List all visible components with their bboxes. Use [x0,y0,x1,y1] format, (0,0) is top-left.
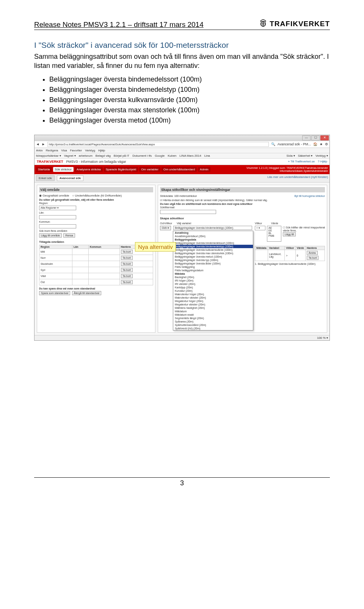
dd-item[interactable]: IRI vänster (20m) [173,282,253,286]
dd-item[interactable]: Beläggningslager översta bindemedelssort… [173,241,253,245]
nav-tab[interactable]: Analysera sträcka [75,167,103,172]
select-varde[interactable]: AE EE BL PMB [267,226,281,242]
fav-link[interactable]: Kuben [168,154,176,157]
radio-geo[interactable]: ◉ Geografiskt område [39,194,69,197]
btn-save-default[interactable]: Spara som standardval [39,291,70,295]
menu-item[interactable]: Verktyg [85,149,95,152]
dd-item[interactable]: Spårbredd (hö) (20m) [173,327,253,330]
btn-add-area[interactable]: Lägg till område [39,233,62,238]
dd-item[interactable]: Megatextur höger (20m) [173,299,253,303]
btn-remove[interactable]: Ta bort [121,256,133,260]
check-sidenote[interactable]: ☐ Sök träffar där minst irrapporterat vä… [283,226,325,232]
forward-icon[interactable]: ► [42,142,45,146]
dd-item[interactable]: Fiktiv beläggning [173,265,253,269]
dd-item[interactable]: Avvattningsbristkod (20m) [173,234,253,238]
fav-link[interactable]: tidrapportslänkar ▾ [36,154,61,157]
btn-clear[interactable]: Rensa [63,233,75,238]
btn-och[interactable]: Och ▾ [160,226,171,230]
dd-item[interactable]: Kurvatur (20m) [173,289,253,293]
url-field[interactable]: http://pmsv3-u.trafikverket.local/Pages/… [47,142,269,147]
fav-link[interactable]: LINA Mars 2014 [179,154,201,157]
fav-link[interactable]: Lina [204,154,210,157]
nav-tab[interactable]: Sparade åtgärdsobjekt [104,167,138,172]
dd-item[interactable]: Spårarea (20m) [173,320,253,323]
btn-add-villkor[interactable]: Lägg till [283,232,296,236]
help-link[interactable]: ? Hjälp [318,160,327,163]
dd-item[interactable]: Beläggningslager översta ålder (100m) [173,262,253,265]
dd-item[interactable]: Mätdatum [173,310,253,313]
dd-item[interactable]: Megatextur vänster (20m) [173,303,253,306]
trafikverket-link[interactable]: » Till Trafikverket.se [288,160,315,163]
dd-item[interactable]: Kantdjup (20m) [173,286,253,289]
switch-link[interactable]: Byt till homogena sträckor [294,195,325,197]
crown-anchor-icon [259,19,267,29]
trafikverket-logo: TRAFIKVERKET [259,19,330,29]
home-icon[interactable]: 🏠 [313,142,317,146]
dd-item[interactable]: Makrotextur vänster (20m) [173,296,253,299]
nav-tab[interactable]: Om variabler [139,167,160,172]
dd-item[interactable]: Makrotextur höger (20m) [173,293,253,296]
btn-remove[interactable]: Ta bort [121,268,133,272]
select-region[interactable]: Alla Regioner ▾ [39,206,76,210]
menu-item[interactable]: Favoriter [70,149,82,152]
menu-item[interactable]: Redigera [46,149,58,152]
dd-item[interactable]: Spårbottensavstånd (20m) [173,323,253,327]
gear-icon[interactable]: ⚙ [325,142,328,146]
toolbar-link[interactable]: Säkerhet ▾ [298,154,312,157]
dd-item[interactable]: Beläggningslager översta max stenstorlek… [173,252,253,255]
toolbar-link[interactable]: Sida ▾ [287,154,295,157]
select-lan[interactable] [39,215,76,219]
select-variable[interactable]: Beläggningslager översta bindemedelstyp … [173,226,252,230]
fav-link[interactable]: Börjat på IT [114,154,129,157]
browser-tab[interactable]: Avancerad sök - PM... [278,142,311,146]
back-icon[interactable]: ◄ [36,142,39,146]
dd-item[interactable]: Backighet (20m) [173,275,253,279]
nav-tab[interactable]: Startsida [36,167,52,172]
dd-item[interactable]: Mäthlens hastighet (20m) [173,306,253,310]
btn-remove[interactable]: Ta bort [121,262,133,266]
fav-link[interactable]: Belagd väg [96,154,111,157]
menu-item[interactable]: Visa [61,149,67,152]
fav-link[interactable]: arbetsrum [79,154,93,157]
subtab-avancerad[interactable]: Avancerad sök [57,175,84,181]
zoom-level[interactable]: 100 % ▾ [317,336,328,340]
close-icon[interactable]: ✕ [320,135,329,140]
maximize-icon[interactable]: ☐ [311,135,320,140]
btn-remove[interactable]: Ta bort [121,280,133,284]
favorites-icon[interactable]: ★ [320,142,323,146]
variable-dropdown[interactable]: Avvattning Avvattningsbristkod (20m) Bel… [173,231,253,330]
fav-link[interactable]: Dokument i tfs [132,154,152,157]
th-lan: Län [72,245,89,249]
select-kommun[interactable] [39,224,76,228]
dd-item[interactable]: Beläggningslager översta metod (100m) [173,255,253,258]
nav-tab[interactable]: Om underhållsstandard [162,167,197,172]
nav-tab[interactable]: Admin [198,167,210,172]
fav-link[interactable]: Vagnet ▾ [64,154,76,157]
select-villkor[interactable]: = ▾ [255,226,265,230]
btn-remove[interactable]: Ta bort [121,250,133,254]
menu-item[interactable]: Hjälp [98,149,105,152]
nav-tab-active[interactable]: Sök sträckor [53,167,74,172]
info-link[interactable]: Läs mer om underhållsstandard (nytt föns… [267,175,328,181]
dd-item[interactable]: Beläggningslager översta typ (100m) [173,258,253,262]
subtab-enkel[interactable]: Enkel sök [36,175,55,181]
dd-item[interactable]: Beläggningslager översta kulkvarnsvärde … [173,248,253,252]
btn-restore-default[interactable]: Återgå till standardval [72,291,101,295]
menu-item[interactable]: Arkiv [36,149,43,152]
app-logo-text: TRAFIKVERKET [37,160,63,164]
btn-remove[interactable]: Ta bort [121,274,133,278]
radio-drift[interactable]: ○ Underhållsområde (fd Driftområde) [72,194,122,197]
dd-item[interactable]: IRI höger (20m) [173,279,253,282]
btn-remove[interactable]: Ta bort [307,256,318,260]
dd-item[interactable]: Fiktiv beläggningsdatum [173,269,253,272]
search-icon[interactable]: 🔍 [271,142,275,146]
dd-item-selected[interactable]: Beläggningslager översta bindemedelstyp … [173,245,253,248]
dd-item[interactable]: Segmentets längd (20m) [173,316,253,320]
btn-edit[interactable]: Ändra [307,251,318,255]
minimize-icon[interactable]: — [302,135,311,140]
chk-direction[interactable]: ☑ Hämta endast den riktning som är senas… [160,199,325,202]
fav-link[interactable]: Google [155,154,165,157]
toolbar-link[interactable]: Verktyg ▾ [315,154,328,157]
dd-item[interactable]: Mätdatum exakt [173,313,253,316]
select-mall[interactable] [160,210,216,214]
